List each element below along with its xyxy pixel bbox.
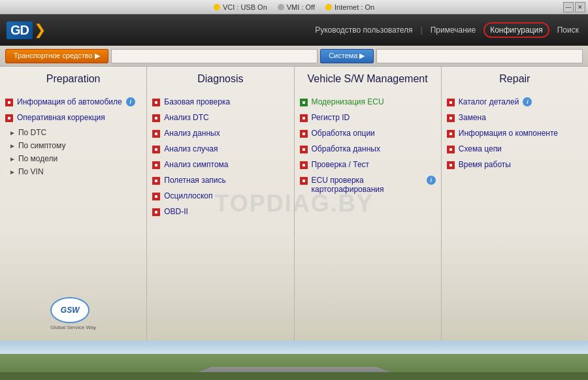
gsw-text: GSW — [61, 306, 80, 315]
ecu-upgrade-label: Модернизация ECU — [312, 97, 384, 106]
correction-label: Оперативная коррекция — [17, 113, 105, 122]
correction-icon — [5, 114, 13, 122]
repair-column: Repair Каталог деталей i Замена Информац… — [442, 67, 588, 341]
dtc-analysis-icon — [152, 114, 160, 122]
circuit-diagram-label: Схема цепи — [459, 144, 502, 153]
case-analysis-label: Анализ случая — [164, 144, 218, 153]
arrow-model: ► — [9, 155, 16, 163]
menu-item-ecu-upgrade[interactable]: Модернизация ECU — [300, 97, 436, 107]
circuit-diagram-icon — [447, 146, 455, 153]
data-process-label: Обработка данных — [312, 144, 380, 153]
nav-note[interactable]: Примечание — [428, 24, 478, 36]
vmi-status: VMI : Off — [278, 3, 315, 11]
info-icon-car: i — [126, 97, 135, 106]
menu-item-data-analysis[interactable]: Анализ данных — [152, 128, 288, 138]
logo-arrow: ❯ — [34, 22, 46, 39]
menu-item-obd2[interactable]: OBD-II — [152, 206, 288, 217]
menu-item-data-process[interactable]: Обработка данных — [300, 144, 436, 154]
menu-item-car-info[interactable]: Информация об автомобиле i — [5, 97, 141, 107]
internet-status: Internet : On — [325, 3, 374, 11]
replacement-label: Замена — [459, 113, 486, 122]
sub-item-dtc[interactable]: ► По DTC — [5, 128, 141, 137]
sub-item-symptom[interactable]: ► По симптому — [5, 141, 141, 150]
landscape — [0, 341, 588, 380]
toolbar: Транспортное средство ▶ Система ▶ — [0, 46, 588, 67]
menu-item-option-process[interactable]: Обработка опции — [300, 128, 436, 138]
oscilloscope-label: Осциллоскоп — [164, 191, 212, 200]
menu-item-circuit-diagram[interactable]: Схема цепи — [447, 144, 583, 154]
nav-manual[interactable]: Руководство пользователя — [312, 24, 415, 36]
gsw-logo: GSW Global Service Way — [50, 297, 96, 330]
menu-item-parts-catalog[interactable]: Каталог деталей i — [447, 97, 583, 107]
menu-item-replacement[interactable]: Замена — [447, 112, 583, 123]
car-info-icon — [5, 99, 13, 106]
ecu-upgrade-icon — [300, 99, 308, 106]
internet-dot — [325, 4, 332, 10]
vehicle-button[interactable]: Транспортное средство ▶ — [5, 49, 108, 63]
gsw-circle: GSW — [50, 297, 90, 323]
check-test-icon — [300, 161, 308, 169]
system-button[interactable]: Система ▶ — [320, 49, 373, 63]
symptom-analysis-label: Анализ симптома — [164, 160, 228, 169]
symptom-analysis-icon — [152, 161, 160, 169]
vehicle-sw-header: Vehicle S/W Management — [300, 73, 436, 89]
vehicle-sw-column: Vehicle S/W Management Модернизация ECU … — [295, 67, 442, 341]
dtc-analysis-label: Анализ DTC — [164, 113, 209, 122]
oscilloscope-icon — [152, 193, 160, 200]
logo-gds: GD — [7, 22, 33, 39]
component-info-label: Информация о компоненте — [459, 129, 558, 138]
base-check-label: Базовая проверка — [164, 97, 230, 106]
work-time-label: Время работы — [459, 160, 511, 169]
sub-item-vin[interactable]: ► По VIN — [5, 167, 141, 176]
option-process-label: Обработка опции — [312, 129, 375, 138]
menu-item-correction[interactable]: Оперативная коррекция — [5, 112, 141, 123]
diagnosis-header: Diagnosis — [152, 73, 288, 89]
repair-header: Repair — [447, 73, 583, 89]
register-id-icon — [300, 114, 308, 122]
sub-item-model[interactable]: ► По модели — [5, 154, 141, 163]
nav-search[interactable]: Поиск — [555, 24, 581, 36]
car-info-label: Информация об автомобиле — [17, 97, 122, 106]
obd2-label: OBD-II — [164, 207, 188, 216]
vci-status: VCI : USB On — [214, 3, 267, 11]
menu-item-work-time[interactable]: Время работы — [447, 159, 583, 170]
diagnosis-column: Diagnosis Базовая проверка Анализ DTC Ан… — [147, 67, 294, 341]
sky — [0, 341, 588, 354]
menu-item-ecu-mapping[interactable]: ECU проверка картографирования i — [300, 175, 436, 195]
parts-catalog-icon — [447, 99, 455, 106]
sub-label-dtc: По DTC — [18, 128, 46, 137]
check-test-label: Проверка / Тест — [312, 160, 370, 169]
menu-item-component-info[interactable]: Информация о компоненте — [447, 128, 583, 138]
menu-item-oscilloscope[interactable]: Осциллоскоп — [152, 191, 288, 201]
vehicle-input[interactable] — [111, 49, 318, 63]
content-area: TOPDIAG.BY Preparation Информация об авт… — [0, 67, 588, 341]
menu-item-flight-record[interactable]: Полетная запись — [152, 175, 288, 185]
sub-label-vin: По VIN — [18, 167, 44, 176]
preparation-header: Preparation — [5, 73, 141, 89]
title-bar: VCI : USB On VMI : Off Internet : On — ✕ — [0, 0, 588, 14]
sub-label-symptom: По симптому — [18, 141, 66, 150]
vmi-label: VMI : Off — [287, 3, 315, 11]
data-analysis-label: Анализ данных — [164, 129, 220, 138]
register-id-label: Регистр ID — [312, 113, 350, 122]
parts-catalog-label: Каталог деталей — [459, 97, 519, 106]
flight-record-icon — [152, 177, 160, 185]
close-button[interactable]: ✕ — [575, 2, 585, 12]
menu-item-register-id[interactable]: Регистр ID — [300, 112, 436, 123]
replacement-icon — [447, 114, 455, 122]
menu-item-check-test[interactable]: Проверка / Тест — [300, 159, 436, 170]
vci-dot — [214, 4, 220, 10]
info-icon-ecu: i — [427, 176, 436, 185]
menu-item-symptom-analysis[interactable]: Анализ симптома — [152, 159, 288, 170]
system-input[interactable] — [376, 49, 583, 63]
nav-config[interactable]: Конфигурация — [483, 22, 549, 38]
minimize-button[interactable]: — — [563, 2, 574, 12]
menu-item-base-check[interactable]: Базовая проверка — [152, 97, 288, 107]
menu-item-dtc-analysis[interactable]: Анализ DTC — [152, 112, 288, 123]
menu-item-case-analysis[interactable]: Анализ случая — [152, 144, 288, 154]
preparation-column: Preparation Информация об автомобиле i О… — [0, 67, 147, 341]
base-check-icon — [152, 99, 160, 106]
status-bar: VCI : USB On VMI : Off Internet : On — [214, 3, 374, 11]
flight-record-label: Полетная запись — [164, 176, 226, 185]
ecu-mapping-icon — [300, 177, 308, 185]
